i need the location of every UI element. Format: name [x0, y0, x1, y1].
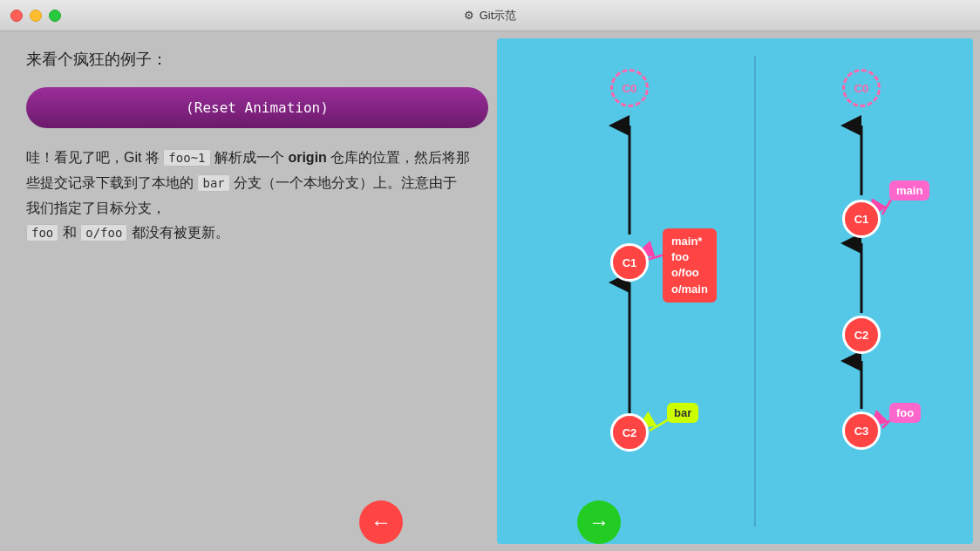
left-panel: 来看个疯狂的例子： (Reset Animation) 哇！看见了吧，Git 将… [0, 31, 497, 551]
reset-animation-button[interactable]: (Reset Animation) [26, 87, 488, 128]
desc-part1: 哇！看见了吧，Git 将 [26, 150, 160, 165]
maximize-button[interactable] [49, 10, 61, 22]
right-label-foo: foo [889, 403, 921, 423]
code-foo: foo [26, 224, 58, 241]
right-label-main: main [889, 180, 929, 201]
left-node-c2: C2 [610, 413, 649, 452]
forward-button[interactable]: → [577, 500, 621, 544]
code-foo-tilde: foo~1 [163, 149, 210, 167]
main-content: 来看个疯狂的例子： (Reset Animation) 哇！看见了吧，Git 将… [0, 31, 980, 551]
title-bar: ⚙ Git示范 [0, 0, 980, 31]
back-button[interactable]: ← [359, 500, 403, 544]
left-node-c0: C0 [610, 69, 649, 107]
bottom-nav: ← → [0, 500, 980, 544]
git-graph-panel: C0 C1 C2 main* foo o/foo o/main bar C0 C… [497, 38, 973, 544]
left-node-c1: C1 [610, 243, 649, 282]
minimize-button[interactable] [30, 10, 42, 22]
title-label: Git示范 [480, 8, 517, 24]
graph-svg [497, 38, 973, 544]
right-node-c2: C2 [842, 316, 881, 354]
gear-icon: ⚙ [464, 9, 474, 22]
right-node-c3: C3 [842, 412, 881, 450]
traffic-lights [10, 10, 61, 22]
svg-line-7 [882, 200, 891, 214]
svg-line-5 [647, 255, 664, 260]
right-node-c0: C0 [842, 69, 881, 107]
code-bar: bar [197, 174, 229, 192]
close-button[interactable] [10, 10, 23, 22]
label-foo: foo [671, 250, 689, 263]
intro-text: 来看个疯狂的例子： [26, 49, 471, 70]
label-o-main: o/main [671, 282, 708, 296]
window-title: ⚙ Git示范 [464, 8, 517, 24]
desc-part5: 和 [63, 225, 77, 240]
desc-part2: 解析成一个 [214, 150, 284, 165]
desc-part6: 都没有被更新。 [132, 225, 229, 240]
label-o-foo: o/foo [671, 266, 699, 279]
label-main-star: main* [671, 235, 702, 248]
desc-bold-origin: origin [288, 150, 326, 165]
svg-line-6 [650, 419, 669, 431]
left-label-bar: bar [667, 403, 698, 423]
left-label-main-foo: main* foo o/foo o/main [663, 228, 717, 303]
divider [754, 56, 756, 527]
description: 哇！看见了吧，Git 将 foo~1 解析成一个 origin 仓库的位置，然后… [26, 146, 471, 246]
right-node-c1: C1 [842, 200, 881, 238]
code-o-foo: o/foo [80, 224, 127, 241]
